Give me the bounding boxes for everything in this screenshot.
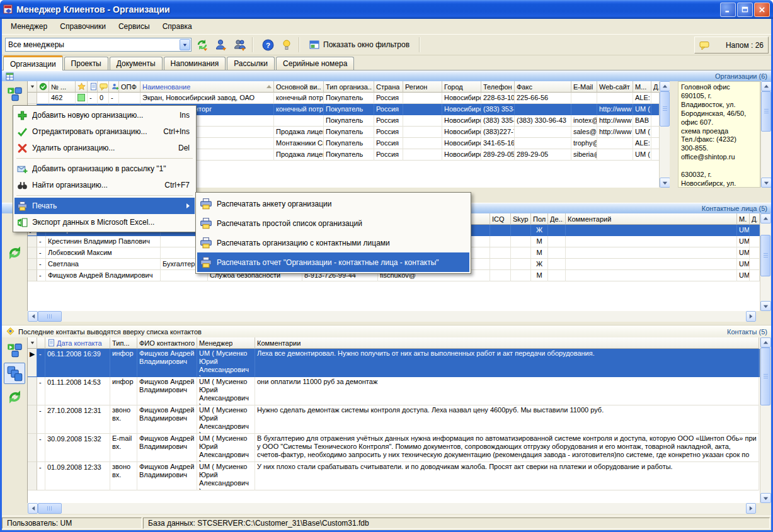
scrollbar-track[interactable] (761, 132, 771, 178)
scrollbar-track[interactable] (660, 127, 670, 178)
menu-item[interactable]: Добавить организацию в рассылку "1" (14, 161, 195, 177)
menu-item[interactable]: Отредактировать организацию...Ctrl+Ins (14, 123, 195, 140)
column-header[interactable]: Д... (651, 81, 659, 93)
scroll-down-button[interactable] (660, 178, 670, 188)
show-filters-button[interactable]: Показать окно фильтров (304, 37, 415, 53)
column-header[interactable]: Наименование (140, 81, 274, 93)
menu-item[interactable]: Распечатать отчет "Организации - контакт… (197, 252, 469, 272)
scrollbar-thumb[interactable] (761, 91, 771, 132)
scrollbar-track[interactable] (62, 311, 746, 322)
column-header[interactable] (28, 81, 37, 93)
column-header[interactable] (37, 337, 45, 349)
minimize-button[interactable] (720, 3, 736, 17)
column-header[interactable]: Тип... (110, 337, 137, 349)
menubar-item[interactable]: Сервисы (112, 20, 156, 33)
contact-persons-vertical-scrollbar[interactable] (760, 213, 770, 311)
scroll-up-button[interactable] (660, 81, 670, 91)
table-row[interactable]: ▶-06.11.2008 16:39инфорФищуков Андрей Вл… (28, 349, 760, 377)
panels-button[interactable] (4, 83, 25, 105)
refresh-managers-button[interactable] (194, 37, 210, 53)
menubar-item[interactable]: Справочники (54, 20, 112, 33)
scrollbar-track[interactable] (760, 276, 770, 301)
menu-item[interactable]: Добавить новую организацию...Ins (14, 107, 195, 123)
org-vertical-scrollbar[interactable] (659, 81, 670, 188)
manager-filter-combobox[interactable]: Все менеджеры (5, 38, 192, 52)
menu-item[interactable]: Удалить организацию...Del (14, 140, 195, 156)
scroll-up-button[interactable] (761, 81, 771, 91)
managers-group-button[interactable] (232, 37, 248, 53)
column-header[interactable]: М... (633, 81, 651, 93)
scroll-right-button[interactable] (746, 503, 756, 514)
scroll-up-button[interactable] (760, 213, 771, 224)
tab-item[interactable]: Документы (110, 57, 163, 70)
column-header[interactable]: Комментарии (255, 337, 759, 349)
column-header[interactable]: Web-сайт (597, 81, 633, 93)
help-button[interactable]: ? (260, 37, 276, 53)
splitter[interactable] (670, 81, 678, 188)
detail-vertical-scrollbar[interactable] (760, 81, 771, 188)
manager-button[interactable] (213, 37, 229, 53)
tab-item[interactable]: Серийные номера (276, 57, 354, 70)
table-row[interactable]: -27.10.2008 12:31звоно вх.Фищуков Андрей… (28, 405, 760, 434)
close-button[interactable] (754, 3, 770, 17)
menu-item[interactable]: Распечатать простой список организаций (197, 213, 469, 233)
column-header[interactable]: Телефон (481, 81, 515, 93)
menu-item[interactable]: Распечатать организацию с контактными ли… (197, 233, 469, 252)
column-header[interactable]: Тип организа... (324, 81, 374, 93)
column-header[interactable]: Страна (374, 81, 403, 93)
contacts-vertical-scrollbar[interactable] (760, 337, 770, 503)
column-header[interactable]: Основной ви... (274, 81, 324, 93)
column-header[interactable]: ОПФ (119, 81, 140, 93)
column-header[interactable]: Менеджер (197, 337, 255, 349)
scroll-left-button[interactable] (28, 311, 38, 322)
column-header[interactable]: М.. (737, 213, 750, 225)
refresh-button[interactable] (4, 242, 25, 263)
column-header[interactable]: Комментарий (566, 213, 737, 225)
column-header[interactable]: Де... (548, 213, 566, 225)
scrollbar-thumb[interactable] (760, 235, 770, 276)
column-header[interactable]: Пол (531, 213, 548, 225)
contact-persons-horizontal-scrollbar[interactable] (28, 311, 756, 322)
cascade-view-button[interactable] (4, 363, 25, 384)
column-header[interactable]: E-Mail (571, 81, 597, 93)
scroll-right-button[interactable] (746, 311, 756, 322)
menu-item[interactable]: Найти организацию...Ctrl+F7 (14, 177, 195, 193)
scroll-left-button[interactable] (28, 503, 38, 514)
scrollbar-track[interactable] (760, 224, 770, 235)
column-header[interactable] (37, 81, 49, 93)
refresh-button[interactable] (4, 386, 25, 407)
tab-item[interactable]: Организации (3, 55, 63, 71)
scrollbar-thumb[interactable] (38, 311, 62, 322)
table-row[interactable]: -01.11.2008 14:53инфорФищуков Андрей Вла… (28, 377, 760, 405)
scroll-down-button[interactable] (760, 301, 771, 311)
table-row[interactable]: 462-0-Экран, Новосибирский завод, ОАОкон… (28, 93, 659, 104)
scrollbar-thumb[interactable] (660, 91, 670, 127)
column-header[interactable] (98, 81, 109, 93)
scroll-down-button[interactable] (761, 178, 771, 188)
column-header[interactable]: ICQ (490, 213, 511, 225)
scrollbar-thumb[interactable] (38, 503, 62, 514)
scrollbar-track[interactable] (62, 503, 746, 514)
column-header[interactable]: ФИО контактного ... (137, 337, 197, 349)
panels-button[interactable] (4, 339, 25, 361)
column-header[interactable]: Город (442, 81, 481, 93)
tab-item[interactable]: Напоминания (164, 57, 226, 70)
column-header[interactable] (109, 81, 119, 93)
column-header[interactable]: № ... (49, 81, 76, 93)
scrollbar-track[interactable] (760, 405, 770, 493)
scrollbar-thumb[interactable] (760, 348, 770, 405)
column-header[interactable]: Регион (403, 81, 442, 93)
column-header[interactable] (76, 81, 88, 93)
menubar-item[interactable]: Справка (156, 20, 198, 33)
menubar-item[interactable]: Менеджер (4, 20, 54, 33)
menu-item[interactable]: Распечатать анкету организации (197, 194, 469, 213)
tab-item[interactable]: Проекты (64, 57, 108, 70)
contacts-horizontal-scrollbar[interactable] (28, 503, 756, 514)
table-row[interactable]: -30.09.2008 15:32E-mail вх.Фищуков Андре… (28, 434, 760, 462)
menu-item[interactable]: Печать (14, 198, 195, 214)
scroll-down-button[interactable] (760, 493, 771, 503)
column-header[interactable]: Д.. (750, 213, 760, 225)
column-header[interactable]: Дата контакта (45, 337, 110, 349)
scroll-up-button[interactable] (760, 337, 771, 348)
menu-item[interactable]: Экспорт данных в Microsoft Excel... (14, 214, 195, 230)
